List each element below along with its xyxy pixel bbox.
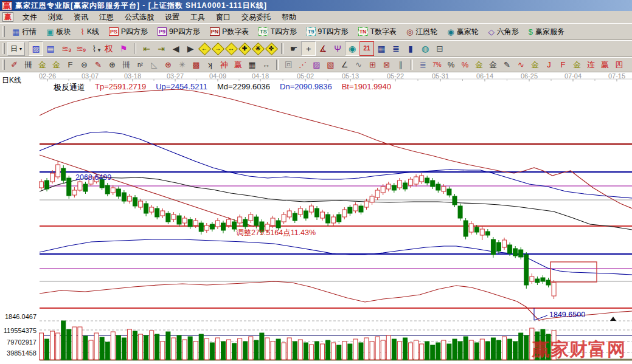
wave-3-icon[interactable]: ≋3 [58, 41, 72, 56]
volume-profile-icon[interactable]: ≣ [416, 58, 430, 72]
percent-lines-icon[interactable]: % [458, 58, 472, 72]
trend-angle-icon[interactable]: ∠ [338, 58, 352, 72]
target-circle-icon[interactable]: ⊕ [161, 58, 175, 72]
notes-icon[interactable]: ≣ [389, 41, 403, 56]
square-web-icon[interactable]: ▩ [189, 58, 203, 72]
dense-grid-icon[interactable]: ▦ [245, 58, 259, 72]
menu-item-4[interactable]: 江恩 [94, 11, 119, 24]
flag-icon[interactable]: ⚑ [116, 41, 131, 56]
pattern-chart-icon[interactable]: ▨ [29, 41, 43, 56]
zigzag-icon[interactable]: ∿ [352, 58, 366, 72]
toolbar-button-PN[interactable]: PNP数字表 [205, 25, 254, 39]
structure-tree-icon[interactable]: Ψ [330, 41, 345, 56]
crosshair-icon[interactable]: ＋ [301, 41, 316, 56]
toolbar-button-hexagon[interactable]: ◇六角形 [484, 25, 524, 39]
protractor-icon[interactable]: ◺ [147, 58, 161, 72]
menu-item-6[interactable]: 设置 [159, 11, 185, 24]
toolbar-button-T9[interactable]: T99T四方形 [302, 25, 353, 39]
wave-9-icon[interactable]: ≋9 [72, 41, 87, 56]
calendar-icon[interactable]: 21 [359, 41, 374, 56]
menu-item-10[interactable]: 帮助 [276, 11, 302, 24]
candle-style-icon[interactable]: ⌇▾ [87, 41, 102, 56]
gold-circle-icon[interactable]: 金 [472, 58, 486, 72]
delivery-icon[interactable]: ⊟ [432, 41, 447, 56]
first-page-icon[interactable]: ⇤ [139, 41, 154, 56]
spiral-icon[interactable]: ⊚ [77, 58, 91, 72]
shrink-right-icon[interactable]: → [211, 42, 224, 55]
rights-adjust-icon[interactable]: 权 [102, 41, 116, 56]
zoom-plus-icon[interactable]: ✚ [238, 42, 251, 55]
percent7-icon[interactable]: 7% [430, 58, 444, 72]
toolbar-button-sectors[interactable]: ▣板块 [41, 25, 75, 39]
grid-lines-icon[interactable]: 卌 [21, 58, 35, 72]
menu-item-8[interactable]: 窗口 [210, 11, 236, 24]
chart-canvas[interactable] [0, 72, 632, 364]
menu-logo-icon[interactable]: 赢 [2, 12, 13, 22]
smart-analysis-icon[interactable]: ◉ [345, 41, 359, 56]
parallel-lines-icon[interactable]: ∥ [394, 58, 408, 72]
toolbar-button-TS[interactable]: TST四方形 [254, 25, 302, 39]
n2-grid-icon[interactable]: n² [133, 58, 147, 72]
toolbar-button-P9[interactable]: P99P四方形 [153, 25, 205, 39]
angle-measure-icon[interactable]: ∡ [316, 41, 330, 56]
brush-icon[interactable]: ✐ [7, 58, 21, 72]
win-grid-icon[interactable]: 赢 [231, 58, 245, 72]
pen-chart-icon[interactable]: ✎ [500, 58, 514, 72]
j-slope-icon[interactable]: J [542, 58, 556, 72]
gold-grid-icon[interactable]: 金 [35, 58, 49, 72]
k-mark-icon[interactable]: ʞ [203, 58, 217, 72]
toolbar-button-winner-wheel[interactable]: ◉赢家轮 [442, 25, 483, 39]
star-tool-icon[interactable]: ✳ [251, 42, 265, 55]
save-icon[interactable]: ▮ [403, 41, 418, 56]
f-slope-icon[interactable]: F [556, 58, 570, 72]
f-grid-icon[interactable]: F [63, 58, 77, 72]
hand-drag-icon[interactable]: ☛ [286, 41, 301, 56]
time-cycle-icon[interactable]: ⊕ [105, 58, 119, 72]
menu-item-7[interactable]: 工具 [185, 11, 210, 24]
toolbar-grip[interactable] [2, 60, 5, 69]
toolbar-grip[interactable] [2, 26, 5, 37]
calculator-icon[interactable]: ▦ [374, 41, 389, 56]
gann-box-icon[interactable]: ⊞ [366, 58, 380, 72]
shen-grid-icon[interactable]: 神 [217, 58, 231, 72]
gold-bars-icon[interactable]: 金 [486, 58, 500, 72]
span-arrows-icon[interactable]: ↔ [259, 58, 273, 72]
win-slope-icon[interactable]: 赢 [598, 58, 612, 72]
wave-red-icon[interactable]: ∿ [514, 58, 528, 72]
toolbar-button-gann-wheel[interactable]: ◎江恩轮 [401, 25, 442, 39]
prev-bar-icon[interactable]: ◀ [168, 41, 183, 56]
four-slope-icon[interactable]: 四 [612, 58, 626, 72]
net-download-icon[interactable]: ◍ [418, 41, 432, 56]
fan-box-icon[interactable]: ▨ [310, 58, 324, 72]
next-bar-icon[interactable]: ▶ [183, 41, 198, 56]
shrink-left-icon[interactable]: ← [198, 42, 211, 55]
info-panel-icon[interactable]: ▤ [43, 41, 58, 56]
lian-slope-icon[interactable]: 连 [584, 58, 598, 72]
rect-tool-icon[interactable]: 回 [282, 58, 296, 72]
expand-horizontal-icon[interactable]: ↔ [224, 42, 238, 55]
last-page-icon[interactable]: ⇥ [154, 41, 168, 56]
gold-slope-icon[interactable]: 金 [570, 58, 584, 72]
star-web-icon[interactable]: ✳ [175, 58, 189, 72]
gold-line-icon[interactable]: 金 [528, 58, 542, 72]
fan-lines-icon[interactable]: ⋰ [296, 58, 310, 72]
toolbar-grip[interactable] [2, 43, 5, 54]
marker-pen-icon[interactable]: ✎ [91, 58, 105, 72]
toolbar-button-PS[interactable]: PSP四方形 [104, 25, 153, 39]
toolbar-button-TN[interactable]: TNT数字表 [353, 25, 401, 39]
shade-box-icon[interactable]: ▧ [324, 58, 338, 72]
toolbar-button-market[interactable]: ▦行情 [7, 25, 41, 39]
ruler-lines-icon[interactable]: 卌 [119, 58, 133, 72]
menu-item-3[interactable]: 资讯 [68, 11, 94, 24]
toolbar-button-service[interactable]: $赢家服务 [524, 25, 569, 39]
gann-box2-icon[interactable]: ⊠ [380, 58, 394, 72]
menu-item-5[interactable]: 公式选股 [119, 11, 159, 24]
toolbar-button-kline[interactable]: ⌇K线 [76, 25, 104, 39]
period-selector[interactable]: 日▾ [7, 42, 25, 56]
menu-item-1[interactable]: 文件 [17, 11, 43, 24]
menu-item-9[interactable]: 交易委托 [236, 11, 276, 24]
cross-tool-icon[interactable]: ✜ [265, 42, 278, 55]
menu-item-2[interactable]: 浏览 [43, 11, 68, 24]
gold-grid2-icon[interactable]: 金 [49, 58, 63, 72]
percent-icon[interactable]: % [444, 58, 458, 72]
